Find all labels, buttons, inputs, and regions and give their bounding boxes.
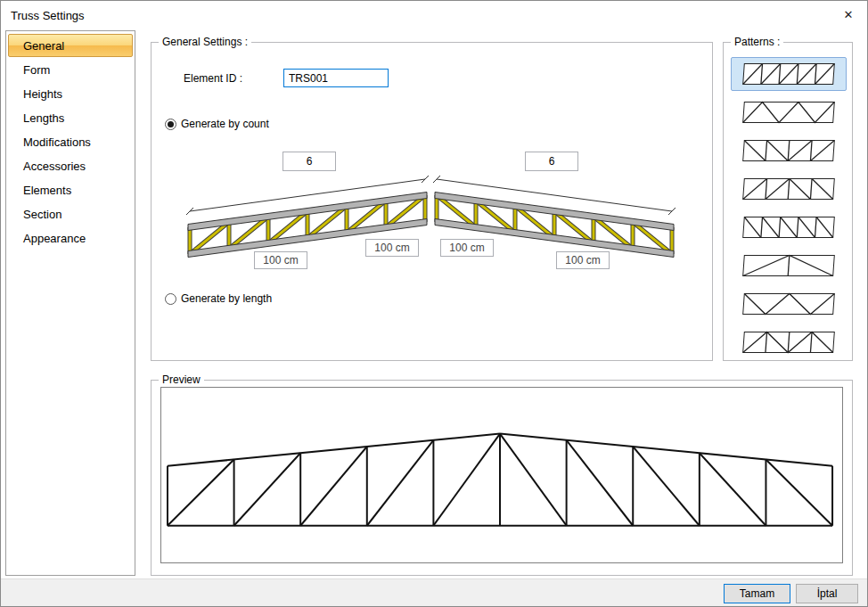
- truss-pattern-pratt-left-icon: [741, 216, 836, 239]
- pattern-thumbnail-5[interactable]: [731, 210, 847, 244]
- radio-unselected-icon[interactable]: [165, 293, 176, 305]
- preview-group: Preview: [151, 380, 853, 576]
- truss-pattern-peak-icon: [741, 177, 836, 201]
- footer-bar: Tamam İptal: [1, 578, 867, 606]
- generate-by-length-label[interactable]: Generate by length: [181, 292, 272, 305]
- sidebar-item-label: Lengths: [23, 111, 64, 125]
- sidebar-item-label: General: [23, 39, 64, 53]
- sidebar-item-label: Section: [23, 208, 61, 221]
- general-settings-group: General Settings : Element ID : Generate…: [151, 42, 713, 361]
- sidebar: General Form Heights Lengths Modificatio…: [5, 30, 135, 576]
- generate-by-length-radio[interactable]: Generate by length: [165, 292, 272, 305]
- preview-truss-drawing: [161, 388, 842, 562]
- pattern-thumbnail-4[interactable]: [731, 172, 847, 206]
- patterns-legend: Patterns :: [731, 36, 783, 48]
- right-truss-length-right-input[interactable]: [556, 251, 610, 269]
- pattern-thumbnail-1[interactable]: [731, 57, 847, 91]
- pattern-thumbnail-8[interactable]: [731, 325, 847, 359]
- left-truss-length-right-input[interactable]: [365, 239, 419, 257]
- sidebar-item-label: Heights: [23, 87, 62, 101]
- sidebar-item-section[interactable]: Section: [8, 202, 133, 226]
- left-truss-length-left-input[interactable]: [254, 251, 307, 269]
- sidebar-item-label: Modifications: [23, 135, 91, 149]
- radio-selected-icon[interactable]: [165, 119, 176, 130]
- preview-legend: Preview: [159, 373, 204, 386]
- truss-pattern-warren-verticals-icon: [741, 331, 836, 354]
- sidebar-item-modifications[interactable]: Modifications: [8, 130, 133, 153]
- pattern-thumbnail-3[interactable]: [731, 134, 847, 168]
- truss-pattern-w-icon: [741, 292, 836, 316]
- truss-pattern-valley-icon: [741, 139, 836, 162]
- close-icon: ✕: [844, 8, 854, 21]
- general-settings-legend: General Settings :: [159, 36, 251, 48]
- ok-button[interactable]: Tamam: [724, 584, 790, 603]
- generate-by-count-radio[interactable]: Generate by count: [165, 118, 269, 130]
- sidebar-item-label: Form: [23, 63, 50, 77]
- element-id-input[interactable]: [283, 69, 389, 87]
- left-truss-diagram: [183, 167, 432, 278]
- truss-pattern-warren-icon: [741, 101, 836, 124]
- truss-pattern-lambda-icon: [741, 254, 836, 277]
- close-button[interactable]: ✕: [830, 1, 867, 28]
- truss-pattern-pratt-right-icon: [741, 62, 836, 86]
- sidebar-item-lengths[interactable]: Lengths: [8, 106, 133, 129]
- generate-by-count-label[interactable]: Generate by count: [181, 118, 269, 130]
- sidebar-item-label: Elements: [23, 184, 71, 197]
- sidebar-item-elements[interactable]: Elements: [8, 178, 133, 201]
- sidebar-item-label: Accessories: [23, 160, 86, 173]
- pattern-thumbnail-7[interactable]: [731, 287, 847, 321]
- sidebar-item-label: Appearance: [23, 232, 86, 245]
- preview-canvas: [160, 387, 843, 563]
- element-id-label: Element ID :: [184, 72, 242, 85]
- titlebar: Truss Settings ✕: [1, 1, 867, 29]
- right-truss-diagram: [430, 167, 679, 278]
- pattern-thumbnail-6[interactable]: [731, 249, 847, 283]
- sidebar-item-form[interactable]: Form: [8, 58, 133, 81]
- cancel-button[interactable]: İptal: [796, 584, 858, 603]
- right-truss-length-left-input[interactable]: [440, 239, 494, 257]
- truss-settings-dialog: Truss Settings ✕ General Form Heights Le…: [0, 0, 868, 607]
- sidebar-item-accessories[interactable]: Accessories: [8, 154, 133, 177]
- sidebar-item-heights[interactable]: Heights: [8, 82, 133, 105]
- pattern-thumbnail-2[interactable]: [731, 95, 847, 129]
- sidebar-item-appearance[interactable]: Appearance: [8, 226, 133, 250]
- patterns-group: Patterns :: [723, 42, 853, 361]
- window-title: Truss Settings: [11, 9, 85, 22]
- sidebar-item-general[interactable]: General: [8, 34, 133, 57]
